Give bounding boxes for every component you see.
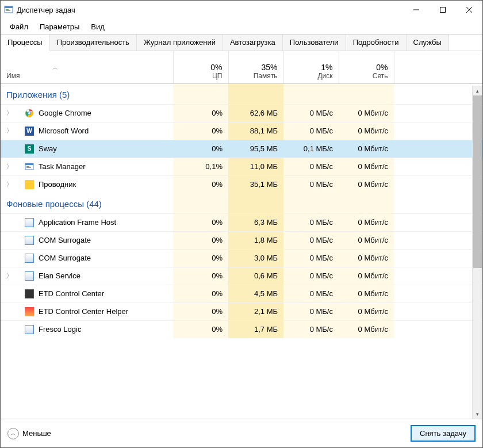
process-table: ︿ Имя 0% ЦП 35% Память 1% Диск (1, 51, 482, 338)
svg-rect-5 (440, 7, 446, 13)
process-row[interactable]: ETD Control Center0%4,5 МБ0 МБ/с0 Мбит/с (1, 285, 482, 303)
process-name: Elan Service (39, 271, 80, 280)
column-header-memory[interactable]: 35% Память (228, 51, 283, 83)
memory-value: 6,3 МБ (228, 213, 283, 231)
generic-icon (25, 325, 34, 334)
titlebar[interactable]: Диспетчер задач (1, 1, 482, 19)
network-value: 0 Мбит/с (339, 320, 394, 338)
expand-chevron-icon[interactable]: 〉 (4, 271, 14, 280)
process-row[interactable]: 〉Google Chrome0%62,6 МБ0 МБ/с0 Мбит/с (1, 104, 482, 122)
expand-chevron-icon[interactable]: 〉 (4, 180, 14, 189)
tm-icon (25, 162, 34, 171)
scrollbar-thumb[interactable] (473, 95, 482, 268)
task-manager-icon (4, 5, 13, 14)
cpu-value: 0% (173, 231, 228, 249)
tab-details[interactable]: Подробности (346, 35, 407, 51)
expand-chevron-icon[interactable]: 〉 (4, 109, 14, 117)
close-button[interactable] (456, 1, 482, 19)
process-row[interactable]: 〉Elan Service0%0,6 МБ0 МБ/с0 Мбит/с (1, 267, 482, 285)
maximize-button[interactable] (430, 1, 456, 19)
disk-value: 0 МБ/с (283, 267, 339, 285)
process-row[interactable]: COM Surrogate0%1,8 МБ0 МБ/с0 Мбит/с (1, 231, 482, 249)
memory-value: 1,8 МБ (228, 231, 283, 249)
scroll-up-icon[interactable]: ▴ (473, 86, 482, 95)
process-name: Sway (39, 144, 57, 153)
network-value: 0 Мбит/с (339, 175, 394, 193)
memory-value: 0,6 МБ (228, 267, 283, 285)
menu-options[interactable]: Параметры (34, 21, 85, 33)
process-name: ETD Control Center Helper (39, 307, 128, 316)
cpu-value: 0% (173, 285, 228, 303)
disk-value: 0 МБ/с (283, 122, 339, 140)
generic-icon (25, 254, 34, 263)
menu-view[interactable]: Вид (85, 21, 110, 33)
sort-caret-icon: ︿ (52, 64, 58, 72)
minimize-button[interactable] (403, 1, 430, 19)
tab-performance[interactable]: Производительность (50, 35, 137, 51)
network-value: 0 Мбит/с (339, 249, 394, 267)
process-row[interactable]: COM Surrogate0%3,0 МБ0 МБ/с0 Мбит/с (1, 249, 482, 267)
window-controls (403, 1, 482, 19)
column-header-name[interactable]: ︿ Имя (1, 51, 173, 83)
tab-users[interactable]: Пользователи (283, 35, 346, 51)
disk-value: 0 МБ/с (283, 104, 339, 122)
process-name: Task Manager (39, 162, 86, 171)
expand-chevron-icon[interactable]: 〉 (4, 127, 14, 135)
fewer-details-button[interactable]: ︿ Меньше (7, 428, 51, 439)
tab-processes[interactable]: Процессы (1, 35, 50, 51)
tab-app-history[interactable]: Журнал приложений (137, 35, 223, 51)
expand-chevron-icon[interactable]: 〉 (4, 162, 14, 171)
tab-services[interactable]: Службы (407, 35, 449, 51)
memory-value: 4,5 МБ (228, 285, 283, 303)
svg-rect-1 (5, 6, 13, 8)
disk-value: 0 МБ/с (283, 320, 339, 338)
footer: ︿ Меньше Снять задачу (1, 419, 482, 447)
process-row[interactable]: Fresco Logic0%1,7 МБ0 МБ/с0 Мбит/с (1, 320, 482, 338)
network-value: 0 Мбит/с (339, 104, 394, 122)
disk-value: 0 МБ/с (283, 249, 339, 267)
chevron-up-icon: ︿ (7, 428, 19, 439)
process-name: COM Surrogate (39, 254, 91, 262)
menubar: Файл Параметры Вид (1, 19, 482, 34)
process-row[interactable]: ETD Control Center Helper0%2,1 МБ0 МБ/с0… (1, 303, 482, 320)
tab-startup[interactable]: Автозагрузка (223, 35, 283, 51)
tab-strip: Процессы Производительность Журнал прило… (1, 34, 482, 51)
process-name: Microsoft Word (39, 127, 89, 135)
column-header-network[interactable]: 0% Сеть (339, 51, 394, 83)
process-row[interactable]: SSway0%95,5 МБ0,1 МБ/с0 Мбит/с (1, 140, 482, 158)
explorer-icon (25, 180, 34, 189)
cpu-value: 0% (173, 104, 228, 122)
process-name: ETD Control Center (39, 289, 104, 298)
generic-icon (25, 236, 34, 245)
generic-icon (25, 271, 34, 281)
process-name: Google Chrome (39, 109, 91, 117)
svg-rect-13 (26, 166, 29, 167)
chrome-icon (25, 109, 34, 118)
menu-file[interactable]: Файл (4, 21, 34, 33)
disk-value: 0 МБ/с (283, 303, 339, 320)
cpu-value: 0% (173, 175, 228, 193)
memory-value: 1,7 МБ (228, 320, 283, 338)
scroll-down-icon[interactable]: ▾ (473, 409, 482, 419)
memory-value: 2,1 МБ (228, 303, 283, 320)
vertical-scrollbar[interactable]: ▴ ▾ (472, 86, 482, 419)
svg-rect-2 (6, 9, 9, 10)
process-row[interactable]: 〉Task Manager0,1%11,0 МБ0 МБ/с0 Мбит/с (1, 158, 482, 175)
network-value: 0 Мбит/с (339, 303, 394, 320)
group-apps[interactable]: Приложения (5) (1, 83, 482, 104)
process-table-container: ︿ Имя 0% ЦП 35% Память 1% Диск (1, 51, 482, 419)
group-background[interactable]: Фоновые процессы (44) (1, 193, 482, 214)
column-header-cpu[interactable]: 0% ЦП (173, 51, 228, 83)
process-row[interactable]: Application Frame Host0%6,3 МБ0 МБ/с0 Мб… (1, 213, 482, 231)
end-task-button[interactable]: Снять задачу (411, 425, 476, 442)
memory-value: 88,1 МБ (228, 122, 283, 140)
column-header-disk[interactable]: 1% Диск (283, 51, 339, 83)
process-row[interactable]: 〉WMicrosoft Word0%88,1 МБ0 МБ/с0 Мбит/с (1, 122, 482, 140)
memory-value: 62,6 МБ (228, 104, 283, 122)
network-value: 0 Мбит/с (339, 213, 394, 231)
process-row[interactable]: 〉Проводник0%35,1 МБ0 МБ/с0 Мбит/с (1, 175, 482, 193)
svg-rect-14 (26, 167, 31, 168)
cpu-value: 0% (173, 303, 228, 320)
network-value: 0 Мбит/с (339, 267, 394, 285)
memory-value: 95,5 МБ (228, 140, 283, 158)
